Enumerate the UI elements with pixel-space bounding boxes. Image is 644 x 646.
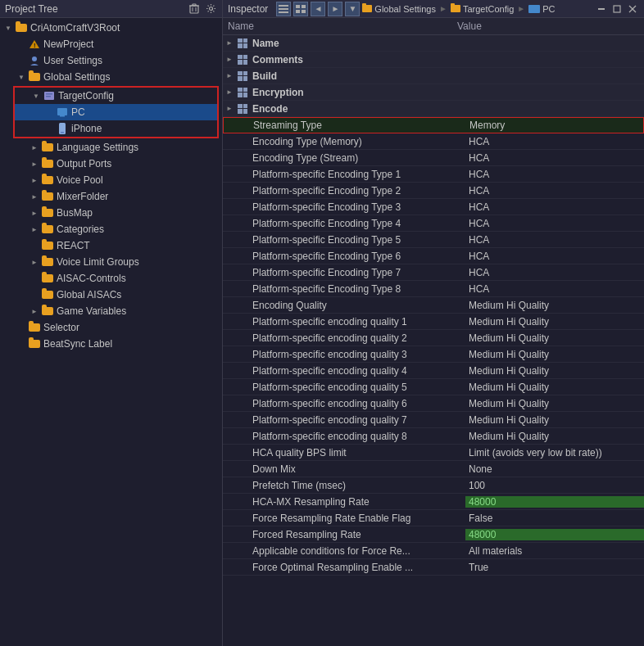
row-platform-qual-5[interactable]: Platform-specific encoding quality 5 Med… [223, 379, 644, 395]
tree-label-selector: Selector [43, 322, 79, 333]
row-platform-qual-6[interactable]: Platform-specific encoding quality 6 Med… [223, 395, 644, 412]
tree-label-outputports: Output Ports [57, 158, 111, 169]
tree-item-iphone[interactable]: iPhone [15, 120, 217, 137]
breadcrumb-pc[interactable]: PC [528, 4, 555, 14]
project-tree-panel: Project Tree CriAtomCraftV3Root [0, 0, 223, 646]
row-applicable-conditions[interactable]: Applicable conditions for Force Re... Al… [223, 543, 644, 559]
tree-item-languagesettings[interactable]: Language Settings [0, 139, 222, 156]
section-comments[interactable]: ► Comments [223, 52, 644, 68]
nav-down-btn[interactable]: ▼ [345, 2, 360, 16]
row-force-resampling-flag[interactable]: Force Resampling Rate Enable Flag False [223, 510, 644, 526]
section-encode[interactable]: ► Encode [223, 101, 644, 117]
row-platform-enc-6[interactable]: Platform-specific Encoding Type 6 HCA [223, 248, 644, 264]
list-view-btn[interactable] [276, 2, 291, 16]
inspector-maximize-icon[interactable] [610, 2, 624, 16]
section-label-build: Build [251, 70, 465, 82]
folder-icon-categories [41, 223, 54, 236]
tree-item-aisaccontrols[interactable]: AISAC-Controls [0, 270, 222, 287]
tree-item-outputports[interactable]: Output Ports [0, 156, 222, 172]
section-name[interactable]: ► Name [223, 35, 644, 52]
inspector-minimize-icon[interactable] [595, 2, 608, 16]
row-platform-enc-5[interactable]: Platform-specific Encoding Type 5 HCA [223, 232, 644, 248]
breadcrumb-sep-1: ► [439, 4, 447, 13]
breadcrumb-pc-icon [528, 5, 540, 13]
row-prefetch[interactable]: Prefetch Time (msec) 100 [223, 477, 644, 494]
section-build[interactable]: ► Build [223, 68, 644, 84]
tree-item-gamevariables[interactable]: Game Variables [0, 303, 222, 319]
row-name-streaming: Streaming Type [252, 120, 466, 131]
row-forced-resampling-rate[interactable]: Forced Resampling Rate 48000 [223, 526, 644, 543]
row-platform-enc-7[interactable]: Platform-specific Encoding Type 7 HCA [223, 264, 644, 281]
row-platform-qual-7[interactable]: Platform-specific encoding quality 7 Med… [223, 412, 644, 428]
project-tree-toolbar [188, 2, 217, 16]
breadcrumb-targetconfig[interactable]: TargetConfig [451, 4, 514, 14]
row-platform-qual-4[interactable]: Platform-specific encoding quality 4 Med… [223, 363, 644, 379]
tree-item-root[interactable]: CriAtomCraftV3Root [0, 20, 222, 36]
row-encoding-quality[interactable]: Encoding Quality Medium Hi Quality [223, 297, 644, 314]
project-tree-header: Project Tree [0, 0, 222, 18]
section-label-encryption: Encryption [251, 87, 465, 98]
tree-item-mixerfolder[interactable]: MixerFolder [0, 188, 222, 205]
trash-icon[interactable] [188, 2, 201, 16]
row-hca-mx-rate[interactable]: HCA-MX Resampling Rate 48000 [223, 494, 644, 510]
tree-item-globalaisacs[interactable]: Global AISACs [0, 287, 222, 303]
tree-label-react: REACT [57, 240, 90, 251]
row-platform-enc-2[interactable]: Platform-specific Encoding Type 2 HCA [223, 183, 644, 199]
tree-item-newproject[interactable]: ! NewProject [0, 36, 222, 52]
tree-label-categories: Categories [57, 224, 104, 235]
row-platform-qual-8[interactable]: Platform-specific encoding quality 8 Med… [223, 428, 644, 445]
svg-rect-13 [60, 115, 65, 117]
detail-view-btn[interactable] [293, 2, 308, 16]
folder-icon-busmap [41, 206, 54, 219]
tree-item-voicelimitgroups[interactable]: Voice Limit Groups [0, 254, 222, 270]
tree-item-usersettings[interactable]: User Settings [0, 52, 222, 69]
tree-item-busmap[interactable]: BusMap [0, 205, 222, 221]
tree-arrow-outputports [28, 160, 41, 168]
tree-label-gamevariables: Game Variables [57, 305, 126, 317]
row-downmix[interactable]: Down Mix None [223, 461, 644, 477]
tree-item-targetconfig[interactable]: TargetConfig [15, 88, 217, 104]
tree-item-pc[interactable]: PC [15, 104, 217, 120]
row-platform-enc-1[interactable]: Platform-specific Encoding Type 1 HCA [223, 166, 644, 183]
inspector-title: Inspector [228, 3, 268, 15]
tree-label-root: CriAtomCraftV3Root [30, 22, 120, 34]
row-platform-qual-2[interactable]: Platform-specific encoding quality 2 Med… [223, 330, 644, 346]
tree-item-selector[interactable]: Selector [0, 319, 222, 336]
row-platform-enc-8[interactable]: Platform-specific Encoding Type 8 HCA [223, 281, 644, 297]
nav-forward-btn[interactable]: ► [328, 2, 342, 16]
row-encoding-type-memory[interactable]: Encoding Type (Memory) HCA [223, 133, 644, 150]
breadcrumb-globalsettings[interactable]: Global Settings [362, 4, 436, 14]
folder-icon-globalsettings [28, 70, 41, 84]
inspector-window-controls [595, 2, 639, 16]
tree-item-globalsettings[interactable]: Global Settings [0, 69, 222, 85]
tree-label-voicepool: Voice Pool [57, 174, 103, 186]
tree-item-beatsynclabel[interactable]: BeatSync Label [0, 336, 222, 352]
section-icon-name [236, 37, 249, 50]
inspector-table-header: Name Value [223, 18, 644, 35]
row-platform-enc-3[interactable]: Platform-specific Encoding Type 3 HCA [223, 199, 644, 215]
tree-item-voicepool[interactable]: Voice Pool [0, 172, 222, 188]
row-encoding-type-stream[interactable]: Encoding Type (Stream) HCA [223, 150, 644, 166]
row-platform-qual-1[interactable]: Platform-specific encoding quality 1 Med… [223, 314, 644, 330]
tree-item-categories[interactable]: Categories [0, 221, 222, 237]
tree-arrow-gamevariables [28, 308, 41, 315]
tree-label-voicelimitgroups: Voice Limit Groups [57, 256, 139, 268]
project-tree-title: Project Tree [5, 3, 58, 15]
tree-arrow-busmap [28, 210, 41, 217]
svg-rect-16 [279, 5, 288, 7]
svg-rect-17 [279, 8, 288, 10]
tree-item-react[interactable]: REACT [0, 237, 222, 254]
folder-icon-voicelimit [41, 255, 54, 269]
svg-rect-11 [46, 96, 51, 97]
section-encryption[interactable]: ► Encryption [223, 84, 644, 101]
row-platform-qual-3[interactable]: Platform-specific encoding quality 3 Med… [223, 346, 644, 363]
row-streaming-type[interactable]: Streaming Type Memory [223, 117, 644, 133]
settings-icon[interactable] [204, 2, 217, 16]
row-force-optimal[interactable]: Force Optimal Resampling Enable ... True [223, 559, 644, 576]
nav-back-btn[interactable]: ◄ [311, 2, 325, 16]
user-settings-icon [28, 54, 41, 67]
row-platform-enc-4[interactable]: Platform-specific Encoding Type 4 HCA [223, 215, 644, 232]
tree-arrow-languagesettings [28, 144, 41, 151]
inspector-close-icon[interactable] [626, 2, 639, 16]
row-hca-bps[interactable]: HCA quality BPS limit Limit (avoids very… [223, 445, 644, 461]
